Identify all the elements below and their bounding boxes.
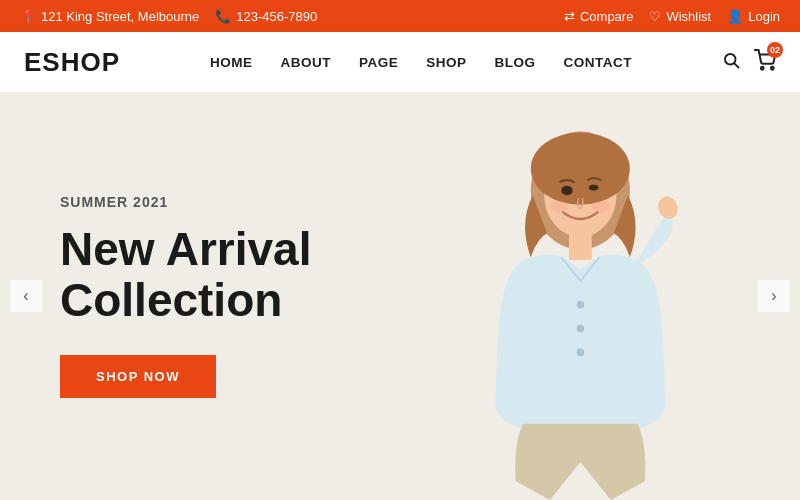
- login-button[interactable]: 👤 Login: [727, 9, 780, 24]
- svg-point-12: [561, 186, 572, 196]
- svg-point-6: [530, 132, 629, 204]
- svg-point-10: [576, 349, 584, 357]
- svg-point-11: [655, 194, 681, 222]
- nav-icons: 02: [722, 49, 776, 76]
- svg-line-1: [734, 63, 738, 67]
- topbar-right: ⇄ Compare ♡ Wishlist 👤 Login: [564, 9, 780, 24]
- hero-subtitle: SUMMER 2021: [60, 194, 420, 210]
- nav-page[interactable]: PAGE: [359, 55, 398, 70]
- topbar: 📍 121 King Street, Melbourne 📞 123-456-7…: [0, 0, 800, 32]
- heart-icon: ♡: [649, 9, 661, 24]
- nav-contact[interactable]: CONTACT: [564, 55, 633, 70]
- wishlist-button[interactable]: ♡ Wishlist: [649, 9, 711, 24]
- phone-item[interactable]: 📞 123-456-7890: [215, 9, 317, 24]
- svg-point-9: [576, 325, 584, 333]
- address-item[interactable]: 📍 121 King Street, Melbourne: [20, 9, 199, 24]
- user-icon: 👤: [727, 9, 743, 24]
- hero-title: New Arrival Collection: [60, 224, 420, 325]
- phone-text: 123-456-7890: [236, 9, 317, 24]
- topbar-left: 📍 121 King Street, Melbourne 📞 123-456-7…: [20, 9, 317, 24]
- compare-button[interactable]: ⇄ Compare: [564, 9, 633, 24]
- cart-icon[interactable]: 02: [754, 49, 776, 76]
- svg-point-3: [771, 66, 774, 69]
- location-icon: 📍: [20, 9, 36, 24]
- compare-icon: ⇄: [564, 9, 575, 24]
- nav: HOME ABOUT PAGE SHOP BLOG CONTACT: [210, 55, 632, 70]
- svg-point-15: [591, 201, 610, 212]
- header: ESHOP HOME ABOUT PAGE SHOP BLOG CONTACT …: [0, 32, 800, 92]
- cart-badge: 02: [767, 42, 783, 58]
- hero-section: SUMMER 2021 New Arrival Collection SHOP …: [0, 92, 800, 500]
- address-text: 121 King Street, Melbourne: [41, 9, 199, 24]
- phone-icon: 📞: [215, 9, 231, 24]
- svg-point-8: [576, 301, 584, 309]
- search-icon[interactable]: [722, 51, 740, 74]
- nav-shop[interactable]: SHOP: [426, 55, 466, 70]
- hero-content: SUMMER 2021 New Arrival Collection SHOP …: [0, 194, 420, 398]
- carousel-prev-button[interactable]: ‹: [10, 280, 42, 312]
- hero-image: [420, 92, 740, 500]
- nav-blog[interactable]: BLOG: [495, 55, 536, 70]
- svg-point-14: [550, 201, 569, 212]
- logo[interactable]: ESHOP: [24, 47, 120, 78]
- carousel-next-button[interactable]: ›: [758, 280, 790, 312]
- nav-about[interactable]: ABOUT: [281, 55, 332, 70]
- nav-home[interactable]: HOME: [210, 55, 253, 70]
- shop-now-button[interactable]: SHOP NOW: [60, 355, 216, 398]
- svg-rect-7: [569, 231, 592, 260]
- svg-point-2: [761, 66, 764, 69]
